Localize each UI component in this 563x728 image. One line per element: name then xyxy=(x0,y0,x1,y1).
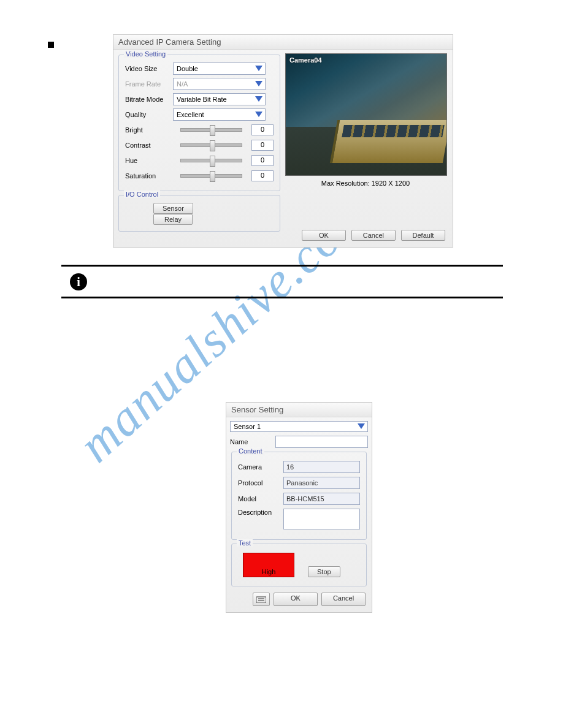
chevron-down-icon xyxy=(255,80,263,88)
svg-marker-1 xyxy=(255,81,262,86)
advanced-ip-camera-dialog: Advanced IP Camera Setting Video Setting… xyxy=(113,34,453,248)
video-size-label: Video Size xyxy=(125,65,173,72)
camera-label: Camera xyxy=(238,463,283,471)
sensor-button[interactable]: Sensor xyxy=(153,203,193,214)
content-group: Content Camera 16 Protocol Panasonic Mod… xyxy=(231,452,367,540)
model-value: BB-HCM515 xyxy=(283,493,360,505)
max-resolution-text: Max Resolution: 1920 X 1200 xyxy=(285,176,446,187)
frame-rate-combo[interactable]: N/A xyxy=(173,78,266,90)
chevron-down-icon xyxy=(255,110,263,119)
sensor-select-value: Sensor 1 xyxy=(234,423,261,430)
content-legend: Content xyxy=(237,447,264,455)
saturation-label: Saturation xyxy=(125,172,173,180)
video-setting-legend: Video Setting xyxy=(124,50,167,58)
camera-label: Camera04 xyxy=(289,56,322,64)
default-button[interactable]: Default xyxy=(401,230,445,241)
keyboard-icon-button[interactable] xyxy=(253,593,270,606)
name-field[interactable] xyxy=(275,436,368,448)
camera-preview-image: Camera04 xyxy=(285,53,447,176)
io-control-legend: I/O Control xyxy=(124,191,160,198)
ok-button[interactable]: OK xyxy=(274,593,318,606)
bright-value[interactable]: 0 xyxy=(251,124,274,135)
test-legend: Test xyxy=(237,539,253,547)
relay-button[interactable]: Relay xyxy=(153,214,193,225)
cancel-button[interactable]: Cancel xyxy=(351,230,396,241)
test-group: Test High Stop xyxy=(231,544,367,586)
dialog-title: Advanced IP Camera Setting xyxy=(113,35,453,50)
hue-value[interactable]: 0 xyxy=(251,155,274,166)
quality-label: Quality xyxy=(125,111,173,118)
bullet-square xyxy=(48,42,54,48)
test-status-indicator: High xyxy=(243,553,294,577)
bitrate-mode-combo[interactable]: Variable Bit Rate xyxy=(173,93,266,105)
svg-rect-5 xyxy=(256,597,266,603)
chevron-down-icon xyxy=(255,64,263,73)
io-control-group: I/O Control Sensor Relay xyxy=(118,195,280,232)
bitrate-mode-value: Variable Bit Rate xyxy=(177,96,227,103)
saturation-slider[interactable] xyxy=(180,174,243,178)
sensor-select-combo[interactable]: Sensor 1 xyxy=(230,421,368,432)
name-label: Name xyxy=(230,438,275,446)
camera-preview-panel: Camera04 Max Resolution: 1920 X 1200 xyxy=(285,53,446,187)
contrast-label: Contrast xyxy=(125,142,173,149)
sensor-setting-dialog: Sensor Setting Sensor 1 Name Content Cam… xyxy=(226,402,372,613)
description-field[interactable] xyxy=(283,509,360,529)
bright-slider[interactable] xyxy=(180,128,243,132)
svg-marker-2 xyxy=(255,96,262,102)
protocol-label: Protocol xyxy=(238,479,283,487)
video-setting-group: Video Setting Video Size Double Frame Ra… xyxy=(118,55,280,191)
cancel-button[interactable]: Cancel xyxy=(321,593,366,606)
divider xyxy=(61,297,503,298)
divider xyxy=(61,265,503,267)
contrast-slider[interactable] xyxy=(180,143,243,147)
dialog-title: Sensor Setting xyxy=(226,403,372,417)
svg-marker-3 xyxy=(255,112,262,117)
svg-marker-4 xyxy=(358,423,365,429)
bright-label: Bright xyxy=(125,126,173,134)
chevron-down-icon xyxy=(357,422,366,431)
camera-value: 16 xyxy=(283,461,360,473)
protocol-value: Panasonic xyxy=(283,477,360,489)
saturation-value[interactable]: 0 xyxy=(251,170,274,181)
ok-button[interactable]: OK xyxy=(302,230,346,241)
model-label: Model xyxy=(238,495,283,502)
svg-marker-0 xyxy=(255,66,262,71)
keyboard-icon xyxy=(256,596,266,603)
video-size-value: Double xyxy=(177,65,198,72)
info-icon: i xyxy=(70,273,87,290)
hue-slider[interactable] xyxy=(180,159,243,162)
hue-label: Hue xyxy=(125,157,173,164)
contrast-value[interactable]: 0 xyxy=(251,140,274,151)
bitrate-mode-label: Bitrate Mode xyxy=(125,96,173,103)
quality-value: Excellent xyxy=(177,111,204,118)
video-size-combo[interactable]: Double xyxy=(173,63,266,75)
frame-rate-label: Frame Rate xyxy=(125,80,173,88)
description-label: Description xyxy=(238,509,283,516)
frame-rate-value: N/A xyxy=(177,80,188,88)
chevron-down-icon xyxy=(255,95,263,104)
stop-button[interactable]: Stop xyxy=(308,566,340,577)
quality-combo[interactable]: Excellent xyxy=(173,108,266,121)
